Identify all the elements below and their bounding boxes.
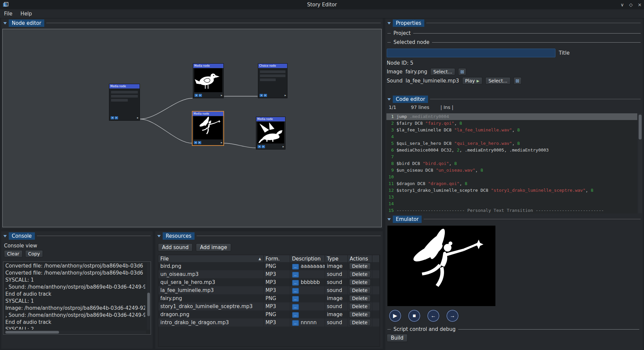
console-log[interactable]: Converted file: /home/anthony/ostproj/ba…: [3, 261, 151, 335]
column-header-file[interactable]: File ▲: [158, 255, 263, 262]
node-audio-play-icon[interactable]: ▸: [262, 145, 265, 148]
code-line[interactable]: 11$dragon DC8 "dragon.qoi", 8: [386, 180, 637, 187]
node-audio-back-icon[interactable]: ◂: [111, 116, 114, 119]
node-output-port[interactable]: ▸: [221, 141, 222, 144]
code-line[interactable]: 1jump .mediaEntry0004: [386, 113, 637, 120]
clear-button[interactable]: Clear: [4, 250, 22, 257]
resource-row[interactable]: dragon.pngPNG..imageDelete: [158, 310, 380, 318]
add-image-button[interactable]: Add image: [196, 243, 231, 251]
graph-node[interactable]: Media node◂▸▸: [193, 63, 224, 98]
node-output-port[interactable]: ▸: [137, 116, 139, 119]
code-line[interactable]: 3$la_fee_luminelle DC8 "la_fee_luminelle…: [386, 127, 637, 133]
minimize-icon[interactable]: ∨: [618, 1, 627, 9]
delete-button[interactable]: Delete: [349, 303, 371, 310]
column-header-format[interactable]: Form.: [263, 255, 290, 262]
column-header-description[interactable]: Description: [290, 255, 325, 262]
code-line[interactable]: 15-------------------------- Personaly T…: [386, 207, 637, 214]
resource-row[interactable]: fairy.pngPNG..imageDelete: [158, 294, 380, 302]
sound-select-button[interactable]: Select...: [485, 77, 511, 84]
node-title[interactable]: Media node: [256, 117, 285, 121]
delete-button[interactable]: Delete: [349, 295, 371, 302]
edit-description-button[interactable]: ..: [292, 296, 299, 302]
forward-button[interactable]: →: [446, 309, 459, 322]
node-audio-back-icon[interactable]: ◂: [260, 94, 263, 97]
code-line[interactable]: 9$un_oiseau DC8 "un_oiseau.wav", 8: [386, 167, 637, 174]
code-line[interactable]: 10: [386, 174, 637, 180]
node-audio-back-icon[interactable]: ◂: [258, 145, 261, 148]
node-output-port[interactable]: ▸: [282, 145, 284, 148]
node-audio-back-icon[interactable]: ◂: [195, 94, 198, 97]
node-title[interactable]: Media node: [193, 64, 223, 68]
resource-row[interactable]: story1_drako_luminelle_sceptre.mp3MP3..s…: [158, 302, 380, 310]
node-title[interactable]: Media node: [193, 112, 223, 116]
code-line[interactable]: 13: [386, 194, 637, 200]
panel-dock-icon[interactable]: [3, 22, 7, 26]
code-line[interactable]: 2$fairy DC8 "fairy.qoi", 8: [386, 120, 637, 127]
node-audio-play-icon[interactable]: ▸: [115, 116, 118, 119]
edit-description-button[interactable]: ..: [292, 272, 299, 278]
delete-button[interactable]: Delete: [349, 279, 371, 286]
edit-description-button[interactable]: ..: [292, 304, 299, 310]
code-line[interactable]: 12$story1_drako_luminelle_sceptre DC8 "s…: [386, 187, 637, 194]
graph-node[interactable]: Media node◂▸▸: [192, 111, 224, 145]
play-button[interactable]: ▶: [389, 309, 401, 322]
close-icon[interactable]: ×: [635, 1, 644, 9]
node-title[interactable]: Choice node: [258, 64, 287, 68]
node-audio-play-icon[interactable]: ▸: [264, 94, 267, 97]
stop-button[interactable]: ■: [408, 309, 421, 322]
scrollbar-thumb[interactable]: [5, 331, 59, 334]
sound-clear-button[interactable]: ⊠: [514, 77, 522, 84]
panel-dock-icon[interactable]: [3, 235, 7, 239]
code-lines[interactable]: 1jump .mediaEntry00042$fairy DC8 "fairy.…: [386, 113, 637, 214]
resource-row[interactable]: la_fee_luminelle.mp3MP3..soundDelete: [158, 286, 380, 294]
delete-button[interactable]: Delete: [349, 319, 371, 326]
panel-dock-icon[interactable]: [387, 98, 391, 102]
delete-button[interactable]: Delete: [349, 311, 371, 318]
menu-help[interactable]: Help: [16, 10, 36, 18]
column-header-actions[interactable]: Actions: [347, 255, 372, 262]
graph-node[interactable]: Media node◂▸▸: [256, 117, 285, 150]
resource-row[interactable]: intro_drako_le_dragon.mp3MP3..nnnnnsound…: [158, 318, 380, 327]
code-line[interactable]: 14: [386, 200, 637, 207]
delete-button[interactable]: Delete: [349, 271, 371, 278]
node-canvas[interactable]: Media node◂▸▸Media node◂▸▸Choice node◂▸▸…: [2, 29, 382, 227]
edit-description-button[interactable]: ..: [292, 288, 299, 294]
node-output-port[interactable]: ▸: [221, 94, 222, 97]
edit-description-button[interactable]: ..: [292, 320, 299, 326]
scrollbar-thumb[interactable]: [639, 115, 642, 139]
copy-button[interactable]: Copy: [25, 250, 43, 257]
node-audio-play-icon[interactable]: ▸: [198, 141, 201, 144]
title-input[interactable]: [387, 49, 555, 57]
graph-node[interactable]: Media node◂▸▸: [109, 84, 140, 121]
sound-play-button[interactable]: Play ▶: [462, 77, 483, 84]
maximize-icon[interactable]: ◇: [627, 1, 635, 9]
back-button[interactable]: ←: [427, 309, 440, 322]
code-line[interactable]: 7: [386, 154, 637, 160]
panel-dock-icon[interactable]: [387, 22, 391, 26]
edit-description-button[interactable]: ..: [292, 280, 299, 286]
delete-button[interactable]: Delete: [349, 263, 371, 270]
delete-button[interactable]: Delete: [349, 287, 371, 294]
image-clear-button[interactable]: ⊠: [458, 68, 466, 75]
code-line[interactable]: 5$qui_sera_le_hero DC8 "qui_sera_le_hero…: [386, 140, 637, 147]
image-select-button[interactable]: Select...: [430, 68, 455, 75]
graph-node[interactable]: Choice node◂▸▸: [258, 63, 287, 98]
console-vscrollbar[interactable]: [147, 262, 150, 330]
menu-file[interactable]: File: [0, 10, 16, 18]
code-line[interactable]: 8$bird DC8 "bird.qoi", 8: [386, 160, 637, 167]
panel-dock-icon[interactable]: [387, 218, 391, 222]
scrollbar-thumb[interactable]: [147, 293, 150, 316]
node-title[interactable]: Media node: [109, 84, 140, 89]
add-sound-button[interactable]: Add sound: [158, 243, 193, 251]
code-line[interactable]: 4: [386, 133, 637, 140]
code-line[interactable]: 6$mediaChoice0004 DC32, 2, .mediaEntry00…: [386, 147, 637, 154]
resource-row[interactable]: bird.pngPNG..aaaaaaaaaimageDelete: [158, 262, 380, 270]
panel-dock-icon[interactable]: [157, 235, 161, 239]
resource-row[interactable]: qui_sera_le_hero.mp3MP3..bbbbbbsoundDele…: [158, 278, 380, 286]
console-hscrollbar[interactable]: [4, 331, 146, 334]
edit-description-button[interactable]: ..: [292, 264, 299, 270]
node-output-port[interactable]: ▸: [284, 94, 286, 97]
resource-row[interactable]: un_oiseau.mp3MP3..soundDelete: [158, 270, 380, 278]
node-audio-back-icon[interactable]: ◂: [194, 141, 197, 144]
build-button[interactable]: Build: [387, 334, 408, 342]
